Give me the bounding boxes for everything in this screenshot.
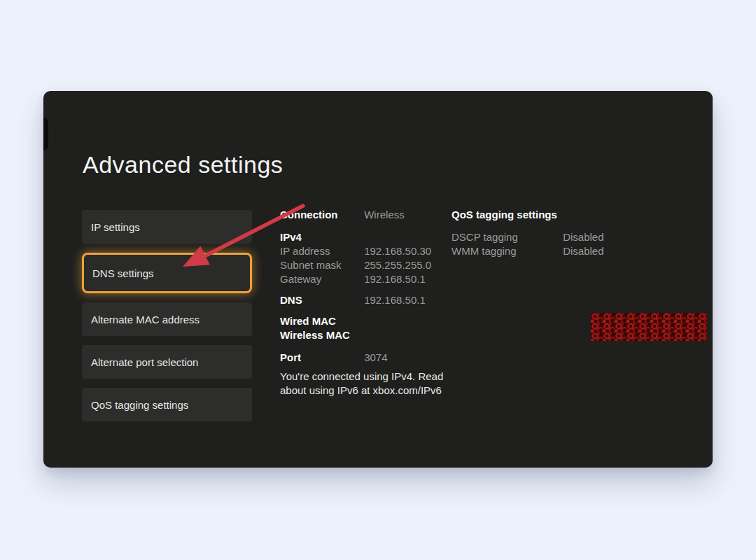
gateway-label: Gateway [280,273,361,285]
subnet-mask-row: Subnet mask 255.255.255.0 [280,259,431,271]
ipv6-note-text: You're connected using IPv4. Read about … [280,370,449,398]
connection-info-column: Connection Wireless IPv4 IP address 192.… [280,91,476,468]
gateway-row: Gateway 192.168.50.1 [280,273,426,285]
menu-item-alternate-mac-address[interactable]: Alternate MAC address [82,302,252,336]
page-title: Advanced settings [83,151,283,178]
wmm-tagging-row: WMM tagging Disabled [451,245,604,257]
screenshot-stage: Advanced settings IP settings DNS settin… [0,0,756,560]
connection-value: Wireless [364,209,405,220]
settings-menu: IP settings DNS settings Alternate MAC a… [82,210,252,430]
wmm-tagging-value: Disabled [563,245,603,257]
wired-mac-label: Wired MAC [280,315,336,327]
dscp-tagging-row: DSCP tagging Disabled [451,231,604,243]
left-notch-decoration [43,118,48,150]
menu-item-alternate-port-selection[interactable]: Alternate port selection [82,345,252,379]
ip-address-value: 192.168.50.30 [364,245,431,257]
qos-heading: QoS tagging settings [451,209,557,220]
dns-label: DNS [280,294,361,306]
ip-address-label: IP address [280,245,361,257]
wireless-mac-row: Wireless MAC [280,329,350,341]
wmm-tagging-label: WMM tagging [451,245,560,257]
dns-row: DNS 192.168.50.1 [280,294,426,306]
qos-tagging-column: QoS tagging settings DSCP tagging Disabl… [451,91,662,468]
ip-address-row: IP address 192.168.50.30 [280,245,431,257]
menu-item-dns-settings[interactable]: DNS settings [82,253,252,293]
dscp-tagging-label: DSCP tagging [451,231,560,243]
ipv4-heading: IPv4 [280,231,302,243]
gateway-value: 192.168.50.1 [364,273,426,285]
port-row: Port 3074 [280,351,388,363]
port-label: Port [280,351,361,363]
menu-item-qos-tagging-settings[interactable]: QoS tagging settings [82,388,252,421]
advanced-settings-panel: Advanced settings IP settings DNS settin… [43,91,713,468]
port-value: 3074 [364,351,387,363]
connection-row: Connection Wireless [280,209,405,220]
wired-mac-row: Wired MAC [280,315,336,327]
connection-label: Connection [280,209,361,220]
wireless-mac-label: Wireless MAC [280,329,350,341]
subnet-mask-value: 255.255.255.0 [364,259,431,271]
menu-item-ip-settings[interactable]: IP settings [82,210,252,244]
dns-value: 192.168.50.1 [364,294,426,306]
subnet-mask-label: Subnet mask [280,259,361,271]
dscp-tagging-value: Disabled [563,231,603,243]
